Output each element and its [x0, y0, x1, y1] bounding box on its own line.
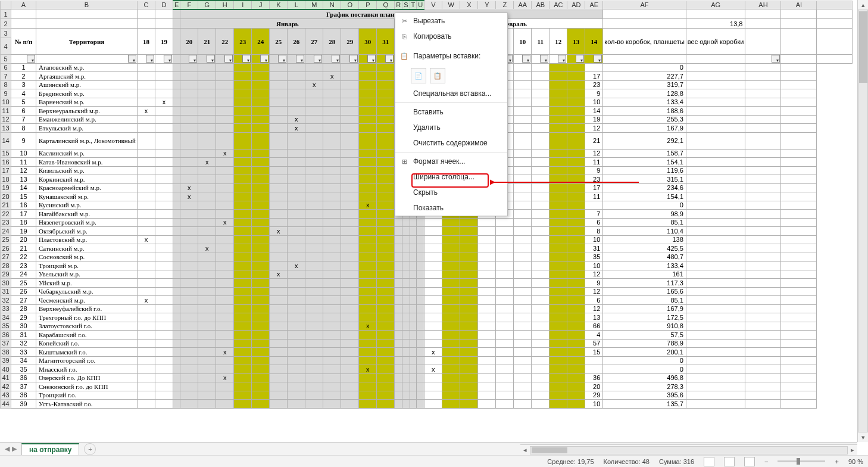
vertical-scrollbar[interactable]: ▴▾	[857, 0, 868, 442]
table-row[interactable]: 3934Магнитогорский г.о.0	[1, 356, 853, 365]
table-row[interactable]: 3429Трехгорный г.о. до КПП13172,5	[1, 313, 853, 322]
table-row[interactable]: 2823Троицкий м.р.x10133,4	[1, 261, 853, 270]
status-bar: Среднее: 19,75 Количество: 48 Сумма: 316…	[0, 455, 868, 467]
table-row[interactable]: 4338Троицкий г.о.29395,6	[1, 391, 853, 400]
table-row[interactable]: 3126Чебаркульский м.р.12165,6	[1, 287, 853, 296]
cut-icon: ✂	[398, 17, 411, 25]
horizontal-scrollbar[interactable]: ◂▸	[520, 444, 857, 455]
ctx-format-cells[interactable]: ⊞Формат ячеек...	[395, 154, 507, 169]
table-row[interactable]: 3530Златоустовский г.о.x66910,8	[1, 322, 853, 331]
view-layout-icon[interactable]	[724, 457, 735, 466]
ctx-show[interactable]: Показать	[395, 200, 507, 216]
ctx-paste-special[interactable]: Специальная вставка...	[395, 86, 507, 101]
paste-option-2[interactable]: 📋	[430, 68, 445, 83]
title-cell: График поставки планшетов, переписных л	[180, 10, 603, 19]
table-row[interactable]: 4439Усть-Катавский г.о.10135,7	[1, 400, 853, 409]
table-row[interactable]: 3025Уйский м.р.9117,3	[1, 279, 853, 288]
zoom-out-button[interactable]: −	[764, 458, 768, 465]
table-row[interactable]: 3227Чесменский м.р.x685,1	[1, 296, 853, 305]
context-menu[interactable]: ✂Вырезать ⎘Копировать 📋Параметры вставки…	[395, 13, 508, 216]
zoom-in-button[interactable]: +	[835, 458, 838, 465]
view-normal-icon[interactable]	[704, 457, 714, 466]
table-row[interactable]: 2621Саткинский м.р.x31425,5	[1, 244, 853, 253]
table-row[interactable]: 3328Верхнеуфалейский г.о.12167,9	[1, 304, 853, 313]
table-row[interactable]: 2924Увельский м.р.x12161	[1, 270, 853, 279]
table-row[interactable]: 2520Пластовский м.р.x10138	[1, 235, 853, 244]
copy-icon: ⎘	[398, 33, 411, 40]
view-break-icon[interactable]	[744, 457, 755, 466]
nav-prev-icon[interactable]: ◀	[5, 445, 10, 453]
table-row[interactable]: 2722Сосновский м.р.35480,7	[1, 253, 853, 261]
format-icon: ⊞	[398, 158, 411, 166]
table-row[interactable]: 3732Копейский г.о.57788,9	[1, 339, 853, 348]
ctx-column-width[interactable]: Ширина столбца...	[395, 169, 507, 185]
ctx-delete[interactable]: Удалить	[395, 120, 507, 135]
table-row[interactable]: 2419Октябрьский м.р.x8110,4	[1, 227, 853, 236]
table-row[interactable]: 4237Снежинский г.о. до КПП20278,3	[1, 382, 853, 391]
ctx-cut[interactable]: ✂Вырезать	[395, 13, 507, 29]
ctx-paste-opts: 📋Параметры вставки:	[395, 44, 507, 68]
table-row[interactable]: 2318Нязепетровский м.р.x685,1	[1, 218, 853, 227]
paste-option-1[interactable]: 📄	[411, 68, 426, 83]
table-row[interactable]: 4035Миасский г.о.xx0	[1, 365, 853, 374]
filter-btn[interactable]	[11, 55, 36, 64]
ctx-copy[interactable]: ⎘Копировать	[395, 29, 507, 44]
ctx-clear[interactable]: Очистить содержимое	[395, 135, 507, 151]
select-all-corner[interactable]	[1, 1, 11, 10]
ctx-hide[interactable]: Скрыть	[395, 185, 507, 200]
table-row[interactable]: 3833Кыштымский г.о.xx15200,1	[1, 348, 853, 357]
sheet-tab-active[interactable]: на отправку	[21, 443, 79, 455]
status-sum: Сумма: 316	[659, 458, 694, 465]
status-average: Среднее: 19,75	[547, 458, 594, 465]
paste-icon: 📋	[398, 52, 411, 60]
table-row[interactable]: 3631Карабашский г.о.457,5	[1, 331, 853, 340]
table-row[interactable]: 4136Озерский г.о. До КППx36496,8	[1, 373, 853, 382]
column-headers[interactable]: ABCDEFGHIJKLMNOPQRSTUVWXYZAAABACADAEAFAG…	[1, 1, 853, 10]
nav-next-icon[interactable]: ▶	[12, 445, 17, 453]
zoom-level[interactable]: 90 %	[848, 458, 863, 465]
ctx-insert[interactable]: Вставить	[395, 104, 507, 120]
zoom-slider[interactable]	[778, 460, 825, 462]
add-sheet-button[interactable]: +	[84, 443, 96, 455]
status-count: Количество: 48	[604, 458, 650, 465]
